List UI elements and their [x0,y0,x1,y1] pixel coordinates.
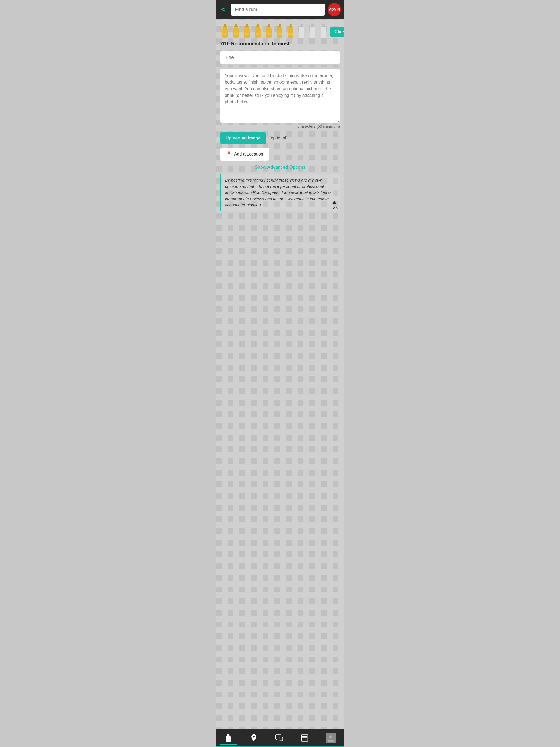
add-location-button[interactable]: 📍 Add a Location [220,148,269,161]
chat-nav-icon [275,734,283,742]
bottle-filled-6[interactable] [275,24,285,39]
svg-rect-25 [289,26,292,27]
location-label: Add a Location [234,152,263,157]
svg-rect-24 [289,24,292,26]
profile-avatar-icon [327,734,335,742]
nav-item-bottle[interactable] [222,733,235,743]
svg-rect-27 [288,33,293,35]
svg-rect-16 [268,24,270,26]
svg-rect-1 [223,26,227,27]
svg-rect-19 [266,33,271,35]
disclaimer-text: By posting this rating I certify these v… [225,178,332,207]
svg-point-46 [329,735,332,739]
bottle-filled-3[interactable] [242,24,252,39]
svg-rect-3 [223,33,227,35]
svg-rect-43 [302,736,307,737]
svg-rect-36 [321,32,326,32]
svg-rect-31 [311,24,314,26]
bottle-filled-5[interactable] [264,24,274,39]
top-arrow-icon: ▲ [331,198,338,206]
svg-point-39 [253,736,255,738]
show-advanced-button[interactable]: Show Advanced Options [220,164,340,170]
click-to-rate-button[interactable]: Click to Rate [330,27,344,37]
svg-rect-29 [300,26,303,27]
nav-item-profile[interactable] [324,732,338,744]
svg-rect-5 [234,26,238,27]
bottle-filled-4[interactable] [253,24,263,39]
svg-rect-2 [223,32,227,32]
bottle-empty-8[interactable] [297,24,307,39]
upload-image-button[interactable]: Upload an Image [220,132,266,144]
svg-rect-30 [299,32,304,32]
svg-rect-44 [302,738,307,738]
review-textarea[interactable] [220,68,340,123]
svg-rect-35 [322,26,325,27]
bottle-nav-icon [224,734,232,742]
rating-section: Click to Rate 7/10 Recommendable to most [220,24,340,47]
svg-rect-12 [257,24,259,26]
main-content: Click to Rate 7/10 Recommendable to most… [216,19,344,729]
teal-bottom-bar [216,746,344,747]
back-button[interactable]: < [219,5,228,15]
svg-rect-10 [245,32,249,32]
bottom-nav [216,729,344,746]
bottle-filled-1[interactable] [220,24,230,39]
svg-rect-14 [256,32,260,32]
svg-rect-26 [288,32,293,32]
svg-rect-9 [245,26,249,27]
svg-rect-8 [246,24,248,26]
svg-rect-34 [322,24,325,26]
upload-row: Upload an Image (optional) [220,132,340,144]
svg-rect-11 [245,33,249,35]
svg-rect-22 [278,32,282,32]
nav-item-news[interactable] [298,733,311,743]
title-input[interactable] [220,51,340,65]
svg-rect-45 [302,739,305,739]
search-input[interactable] [230,4,325,16]
nav-item-location[interactable] [248,733,260,743]
svg-rect-33 [310,32,315,32]
bottle-empty-9[interactable] [308,24,317,39]
svg-rect-15 [256,33,260,35]
top-label: Top [331,206,338,210]
svg-rect-28 [301,24,303,26]
location-nav-icon [250,734,258,742]
bottles-container [220,24,328,39]
svg-rect-6 [234,32,238,32]
svg-rect-38 [227,735,230,736]
svg-rect-32 [311,26,314,27]
svg-rect-13 [256,26,259,27]
svg-rect-23 [278,33,282,35]
optional-label: (optional) [269,136,288,140]
svg-rect-0 [224,24,226,26]
disclaimer-block: By posting this rating I certify these v… [220,174,340,211]
svg-rect-21 [278,26,281,27]
news-nav-icon [301,734,309,742]
bottle-empty-10[interactable] [319,24,328,39]
svg-rect-20 [279,24,281,26]
bottle-filled-2[interactable] [231,24,241,39]
char-count: characters (50 minimum) [220,124,340,129]
svg-rect-37 [228,734,229,735]
svg-rect-18 [266,32,271,32]
bottle-filled-7[interactable] [286,24,296,39]
svg-rect-17 [267,26,271,27]
top-button[interactable]: ▲ Top [329,197,340,211]
location-pin-icon: 📍 [226,151,232,157]
header: < ADMIN [216,0,344,19]
admin-avatar[interactable]: ADMIN [328,3,341,16]
bottles-and-button: Click to Rate [220,24,340,39]
profile-avatar [326,733,336,743]
rating-label: 7/10 Recommendable to most [220,41,340,47]
nav-item-chat[interactable] [273,733,285,743]
svg-rect-7 [234,33,238,35]
svg-rect-4 [235,24,237,26]
